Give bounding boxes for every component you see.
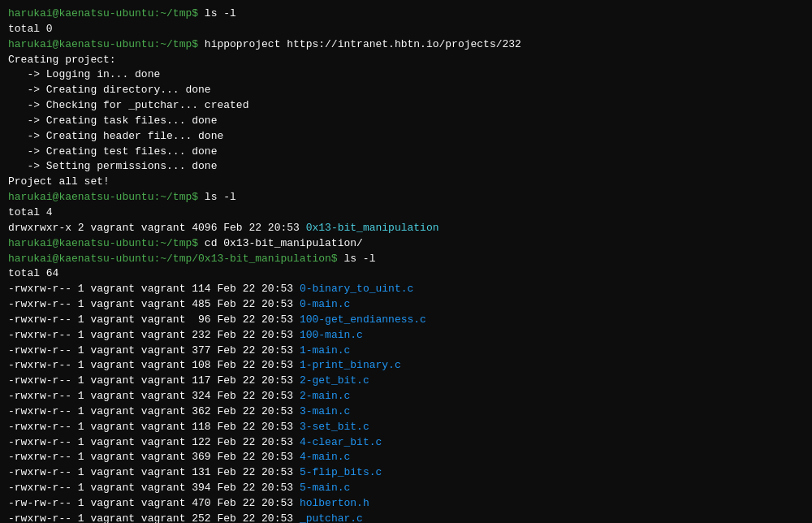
terminal-line: -rwxrw-r-- 1 vagrant vagrant 96 Feb 22 2…: [8, 313, 804, 328]
terminal-line: harukai@kaenatsu-ubuntu:~/tmp$ ls -l: [8, 190, 804, 205]
terminal-line: -rwxrw-r-- 1 vagrant vagrant 485 Feb 22 …: [8, 297, 804, 313]
file-perms: drwxrwxr-x: [8, 222, 71, 234]
file-info: 1 vagrant vagrant 485 Feb 22 20:53: [71, 298, 300, 310]
output-line: -> Creating test files... done: [8, 145, 804, 160]
terminal-line: -rwxrw-r-- 1 vagrant vagrant 108 Feb 22 …: [8, 358, 804, 374]
file-info: 1 vagrant vagrant 252 Feb 22 20:53: [71, 512, 300, 523]
terminal-line: -rwxrw-r-- 1 vagrant vagrant 131 Feb 22 …: [8, 465, 804, 481]
terminal-line: -rwxrw-r-- 1 vagrant vagrant 232 Feb 22 …: [8, 328, 804, 344]
file-info: 1 vagrant vagrant 122 Feb 22 20:53: [71, 436, 300, 448]
file-name: 1-print_binary.c: [300, 359, 401, 371]
file-name: 4-main.c: [300, 451, 350, 463]
terminal-line: -rw-rw-r-- 1 vagrant vagrant 470 Feb 22 …: [8, 496, 804, 512]
prompt: harukai@kaenatsu-ubuntu:~/tmp$: [8, 237, 205, 249]
file-info: 1 vagrant vagrant 394 Feb 22 20:53: [71, 482, 300, 494]
output-line: -> Logging in... done: [8, 67, 804, 83]
file-info: 1 vagrant vagrant 96 Feb 22 20:53: [71, 313, 300, 326]
file-name: 2-main.c: [300, 390, 350, 402]
file-info: 1 vagrant vagrant 324 Feb 22 20:53: [71, 390, 300, 402]
file-info: 1 vagrant vagrant 369 Feb 22 20:53: [71, 451, 300, 463]
file-perms: -rwxrw-r--: [8, 344, 71, 357]
terminal-line: -rwxrw-r-- 1 vagrant vagrant 117 Feb 22 …: [8, 374, 804, 389]
file-info: 1 vagrant vagrant 362 Feb 22 20:53: [71, 405, 300, 417]
prompt: harukai@kaenatsu-ubuntu:~/tmp/0x13-bit_m…: [8, 253, 343, 265]
file-name: 5-flip_bits.c: [300, 466, 382, 478]
file-perms: -rwxrw-r--: [8, 405, 71, 417]
file-info: 1 vagrant vagrant 232 Feb 22 20:53: [71, 329, 300, 341]
terminal-line: harukai@kaenatsu-ubuntu:~/tmp$ hippoproj…: [8, 37, 804, 53]
file-info: 1 vagrant vagrant 117 Feb 22 20:53: [71, 374, 300, 387]
output-line: Project all set!: [8, 175, 804, 190]
file-name: 4-clear_bit.c: [300, 436, 382, 448]
file-name: 100-get_endianness.c: [300, 313, 426, 326]
command: ls -l: [205, 7, 236, 19]
terminal-line: harukai@kaenatsu-ubuntu:~/tmp$ ls -l: [8, 6, 804, 22]
command: hippoproject https://intranet.hbtn.io/pr…: [205, 38, 521, 50]
command: ls -l: [205, 191, 236, 203]
terminal-line: -rwxrw-r-- 1 vagrant vagrant 122 Feb 22 …: [8, 435, 804, 451]
file-perms: -rwxrw-r--: [8, 313, 71, 326]
terminal: harukai@kaenatsu-ubuntu:~/tmp$ ls -ltota…: [8, 6, 804, 517]
file-info: 1 vagrant vagrant 377 Feb 22 20:53: [71, 344, 300, 357]
terminal-line: -rwxrw-r-- 1 vagrant vagrant 118 Feb 22 …: [8, 420, 804, 435]
command: cd 0x13-bit_manipulation/: [205, 237, 363, 249]
terminal-line: harukai@kaenatsu-ubuntu:~/tmp/0x13-bit_m…: [8, 252, 804, 267]
file-perms: -rwxrw-r--: [8, 512, 71, 523]
output-line: -> Creating directory... done: [8, 83, 804, 98]
output-line: total 0: [8, 22, 804, 37]
file-name: 5-main.c: [300, 482, 350, 494]
terminal-line: harukai@kaenatsu-ubuntu:~/tmp$ cd 0x13-b…: [8, 236, 804, 252]
output-line: -> Creating task files... done: [8, 114, 804, 129]
file-perms: -rwxrw-r--: [8, 451, 71, 463]
file-name: 3-main.c: [300, 405, 350, 417]
file-perms: -rwxrw-r--: [8, 421, 71, 433]
file-name: 0-main.c: [300, 298, 350, 310]
dir-name: 0x13-bit_manipulation: [306, 222, 439, 234]
file-perms: -rwxrw-r--: [8, 466, 71, 478]
file-name: 1-main.c: [300, 344, 350, 357]
terminal-line: -rwxrw-r-- 1 vagrant vagrant 252 Feb 22 …: [8, 512, 804, 523]
output-line: -> Creating header file... done: [8, 129, 804, 145]
file-perms: -rw-rw-r--: [8, 497, 71, 509]
file-name: 0-binary_to_uint.c: [300, 283, 413, 295]
command: ls -l: [343, 253, 375, 265]
file-info: 2 vagrant vagrant 4096 Feb 22 20:53: [71, 222, 306, 234]
terminal-line: -rwxrw-r-- 1 vagrant vagrant 394 Feb 22 …: [8, 481, 804, 496]
file-info: 1 vagrant vagrant 114 Feb 22 20:53: [71, 283, 300, 295]
file-perms: -rwxrw-r--: [8, 390, 71, 402]
file-info: 1 vagrant vagrant 131 Feb 22 20:53: [71, 466, 300, 478]
terminal-line: -rwxrw-r-- 1 vagrant vagrant 362 Feb 22 …: [8, 404, 804, 420]
file-name: _putchar.c: [300, 512, 363, 523]
output-line: total 4: [8, 205, 804, 221]
prompt: harukai@kaenatsu-ubuntu:~/tmp$: [8, 191, 205, 203]
file-info: 1 vagrant vagrant 108 Feb 22 20:53: [71, 359, 300, 371]
prompt: harukai@kaenatsu-ubuntu:~/tmp$: [8, 7, 205, 19]
terminal-line: drwxrwxr-x 2 vagrant vagrant 4096 Feb 22…: [8, 221, 804, 236]
prompt: harukai@kaenatsu-ubuntu:~/tmp$: [8, 38, 205, 50]
terminal-line: -rwxrw-r-- 1 vagrant vagrant 377 Feb 22 …: [8, 344, 804, 359]
file-perms: -rwxrw-r--: [8, 359, 71, 371]
terminal-line: -rwxrw-r-- 1 vagrant vagrant 324 Feb 22 …: [8, 389, 804, 404]
terminal-line: -rwxrw-r-- 1 vagrant vagrant 369 Feb 22 …: [8, 450, 804, 465]
file-perms: -rwxrw-r--: [8, 436, 71, 448]
file-perms: -rwxrw-r--: [8, 482, 71, 494]
file-info: 1 vagrant vagrant 470 Feb 22 20:53: [71, 497, 300, 509]
output-line: -> Checking for _putchar... created: [8, 98, 804, 114]
file-perms: -rwxrw-r--: [8, 298, 71, 310]
output-line: total 64: [8, 266, 804, 282]
file-perms: -rwxrw-r--: [8, 329, 71, 341]
output-line: Creating project:: [8, 53, 804, 68]
file-info: 1 vagrant vagrant 118 Feb 22 20:53: [71, 421, 300, 433]
file-name: holberton.h: [300, 497, 369, 509]
file-name: 2-get_bit.c: [300, 374, 369, 387]
file-name: 100-main.c: [300, 329, 363, 341]
terminal-line: -rwxrw-r-- 1 vagrant vagrant 114 Feb 22 …: [8, 282, 804, 297]
output-line: -> Setting permissions... done: [8, 159, 804, 175]
file-perms: -rwxrw-r--: [8, 374, 71, 387]
file-perms: -rwxrw-r--: [8, 283, 71, 295]
file-name: 3-set_bit.c: [300, 421, 369, 433]
